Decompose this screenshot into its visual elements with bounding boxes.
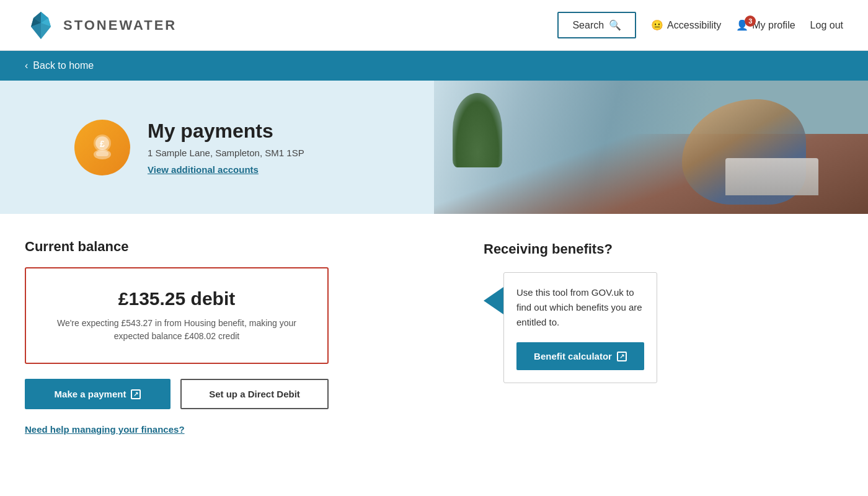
hero-text: My payments 1 Sample Lane, Sampleton, SM…	[148, 120, 304, 175]
logo-text: STONEWATER	[63, 17, 177, 33]
search-button[interactable]: Search 🔍	[557, 12, 636, 38]
page-title: My payments	[148, 120, 304, 143]
triangle-decoration-icon	[484, 287, 503, 314]
chevron-left-icon: ‹	[25, 60, 28, 71]
accessibility-icon: 😐	[651, 19, 663, 31]
benefit-external-icon: ↗	[617, 352, 627, 361]
hero-section: £ My payments 1 Sample Lane, Sampleton, …	[0, 81, 868, 214]
help-finances-link[interactable]: Need help managing your finances?	[25, 424, 185, 435]
search-label: Search	[572, 20, 604, 31]
back-to-home-link[interactable]: ‹ Back to home	[25, 60, 94, 71]
stonewater-logo-icon	[25, 9, 57, 42]
balance-note: We're expecting £543.27 in from Housing …	[41, 317, 312, 343]
make-payment-button[interactable]: Make a payment ↗	[25, 379, 170, 409]
profile-label: My profile	[752, 20, 795, 31]
balance-amount: £135.25 debit	[41, 288, 312, 309]
right-column: Receiving benefits? Use this tool from G…	[484, 239, 657, 435]
my-profile-button[interactable]: 3 👤 My profile	[736, 19, 795, 31]
logo-area: STONEWATER	[25, 9, 177, 42]
benefit-calculator-button[interactable]: Benefit calculator ↗	[516, 342, 644, 370]
header: STONEWATER Search 🔍 😐 Accessibility 3 👤 …	[0, 0, 868, 51]
nav-bar: ‹ Back to home	[0, 51, 868, 81]
make-payment-label: Make a payment	[55, 389, 126, 399]
benefits-section-title: Receiving benefits?	[484, 241, 657, 257]
svg-rect-11	[96, 151, 108, 156]
svg-text:£: £	[100, 139, 105, 149]
address-text: 1 Sample Lane, Sampleton, SM1 1SP	[148, 148, 304, 158]
logout-label: Log out	[810, 20, 843, 31]
payments-icon-wrap: £	[74, 120, 130, 175]
accessibility-label: Accessibility	[667, 20, 721, 31]
balance-card: £135.25 debit We're expecting £543.27 in…	[25, 267, 329, 364]
header-nav: Search 🔍 😐 Accessibility 3 👤 My profile …	[557, 12, 843, 38]
laptop-sim	[725, 158, 818, 195]
direct-debit-button[interactable]: Set up a Direct Debit	[180, 379, 329, 409]
direct-debit-label: Set up a Direct Debit	[209, 389, 300, 399]
view-additional-accounts-link[interactable]: View additional accounts	[148, 164, 259, 175]
balance-section-title: Current balance	[25, 239, 446, 255]
action-buttons: Make a payment ↗ Set up a Direct Debit	[25, 379, 329, 409]
logout-button[interactable]: Log out	[810, 20, 843, 31]
plant-sim	[453, 93, 502, 167]
main-content: Current balance £135.25 debit We're expe…	[0, 214, 868, 472]
left-column: Current balance £135.25 debit We're expe…	[25, 239, 446, 435]
benefits-description: Use this tool from GOV.uk to find out wh…	[516, 285, 644, 330]
search-icon: 🔍	[609, 19, 621, 31]
accessibility-button[interactable]: 😐 Accessibility	[651, 19, 721, 31]
hero-image	[434, 81, 868, 214]
payments-icon: £	[86, 131, 119, 164]
benefits-card: Use this tool from GOV.uk to find out wh…	[503, 272, 657, 383]
benefits-card-wrapper: Use this tool from GOV.uk to find out wh…	[503, 272, 657, 383]
external-link-icon: ↗	[131, 389, 141, 399]
back-label: Back to home	[33, 60, 94, 71]
benefit-calculator-label: Benefit calculator	[534, 351, 612, 361]
hero-content: £ My payments 1 Sample Lane, Sampleton, …	[0, 81, 434, 214]
